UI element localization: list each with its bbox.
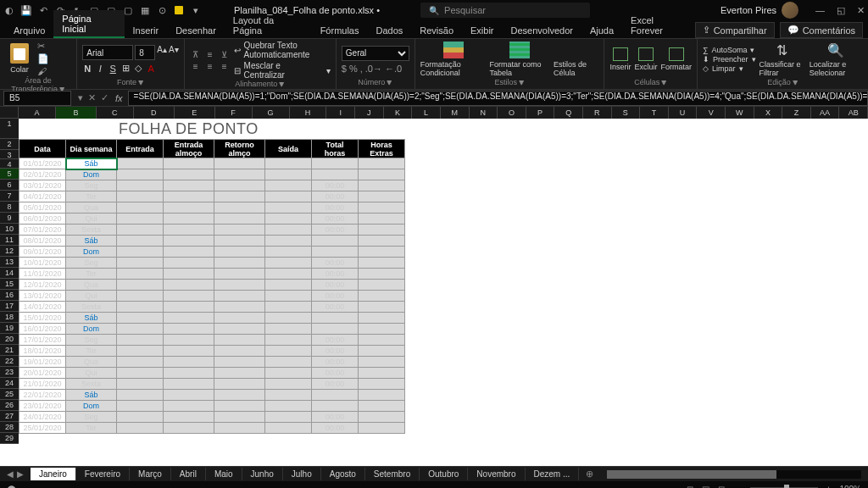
row-header-26[interactable]: 26: [0, 400, 19, 411]
row-header-12[interactable]: 12: [0, 246, 19, 257]
col-header-AB[interactable]: AB: [839, 107, 868, 119]
maximize-icon[interactable]: ◱: [837, 5, 845, 16]
table-cell[interactable]: [265, 346, 312, 357]
sort-filter-button[interactable]: ⇅Classificar e Filtrar: [760, 42, 804, 77]
col-header-D[interactable]: D: [134, 107, 175, 119]
table-cell[interactable]: Sáb: [66, 390, 117, 401]
row-header-21[interactable]: 21: [0, 345, 19, 356]
table-cell[interactable]: [359, 158, 405, 169]
table-row[interactable]: 24/01/2020Seg00:00: [19, 412, 405, 423]
col-header-F[interactable]: F: [215, 107, 253, 119]
cut-icon[interactable]: ✂: [37, 41, 49, 52]
table-cell[interactable]: [265, 390, 312, 401]
dec-decimal-icon[interactable]: ←.0: [385, 64, 402, 74]
row-header-22[interactable]: 22: [0, 356, 19, 367]
table-cell[interactable]: 23/01/2020: [19, 401, 66, 412]
col-header-E[interactable]: E: [175, 107, 215, 119]
table-cell[interactable]: [265, 158, 312, 169]
table-cell[interactable]: [214, 280, 265, 291]
table-cell[interactable]: [117, 158, 164, 169]
italic-icon[interactable]: I: [95, 64, 105, 74]
table-cell[interactable]: 00:00: [312, 368, 359, 379]
table-cell[interactable]: Qua: [66, 280, 117, 291]
row-header-5[interactable]: 5: [0, 169, 19, 180]
table-cell[interactable]: Dom: [66, 247, 117, 258]
table-cell[interactable]: Ter: [66, 191, 117, 202]
cell-styles-button[interactable]: Estilos de Célula: [554, 42, 598, 77]
font-name-select[interactable]: [82, 45, 133, 60]
fill-color-icon[interactable]: ◇: [133, 63, 143, 74]
table-cell[interactable]: [214, 225, 265, 236]
table-cell[interactable]: [164, 302, 214, 313]
sheet-tab-fevereiro[interactable]: Fevereiro: [76, 468, 130, 480]
table-cell[interactable]: 24/01/2020: [19, 412, 66, 423]
tab-data[interactable]: Dados: [367, 22, 411, 38]
table-cell[interactable]: [265, 214, 312, 225]
table-row[interactable]: 18/01/2020Ter00:00: [19, 346, 405, 357]
table-cell[interactable]: [312, 247, 359, 258]
sheet-tab-junho[interactable]: Junho: [242, 468, 283, 480]
table-cell[interactable]: [312, 401, 359, 412]
magnify-icon[interactable]: ⊙: [156, 4, 168, 16]
table-cell[interactable]: Qua: [66, 357, 117, 368]
row-header-29[interactable]: 29: [0, 433, 19, 444]
sheet-tab-outubro[interactable]: Outubro: [420, 468, 468, 480]
table-cell[interactable]: [359, 291, 405, 302]
table-cell[interactable]: [214, 390, 265, 401]
table-row[interactable]: 13/01/2020Qui00:00: [19, 291, 405, 302]
table-cell[interactable]: 10/01/2020: [19, 258, 66, 269]
table-cell[interactable]: [117, 191, 164, 202]
col-header-Z[interactable]: Z: [782, 107, 811, 119]
tab-layout[interactable]: Layout da Página: [225, 12, 312, 38]
sheet-tab-dezem ...[interactable]: Dezem ...: [526, 468, 580, 480]
table-cell[interactable]: 00:00: [312, 379, 359, 390]
row-header-27[interactable]: 27: [0, 411, 19, 422]
table-cell[interactable]: [117, 258, 164, 269]
sheet-tab-março[interactable]: Março: [130, 468, 171, 480]
table-row[interactable]: 06/01/2020Qui00:00: [19, 214, 405, 225]
table-row[interactable]: 05/01/2020Qua00:00: [19, 202, 405, 214]
table-cell[interactable]: [164, 423, 214, 434]
table-row[interactable]: 09/01/2020Dom: [19, 247, 405, 258]
zoom-level[interactable]: 100%: [839, 485, 861, 489]
table-cell[interactable]: 16/01/2020: [19, 324, 66, 335]
row-header-6[interactable]: 6: [0, 180, 19, 191]
increase-font-icon[interactable]: A▴: [157, 45, 167, 60]
table-row[interactable]: 22/01/2020Sáb: [19, 390, 405, 401]
table-cell[interactable]: [312, 390, 359, 401]
bold-icon[interactable]: N: [82, 64, 92, 74]
table-cell[interactable]: [164, 247, 214, 258]
table-cell[interactable]: 00:00: [312, 258, 359, 269]
table-cell[interactable]: [117, 423, 164, 434]
table-cell[interactable]: 02/01/2020: [19, 169, 66, 180]
table-cell[interactable]: 00:00: [312, 412, 359, 423]
table-cell[interactable]: [359, 247, 405, 258]
table-cell[interactable]: [164, 214, 214, 225]
table-cell[interactable]: 17/01/2020: [19, 335, 66, 346]
comma-icon[interactable]: ,: [360, 64, 363, 74]
col-header-K[interactable]: K: [384, 107, 413, 119]
table-cell[interactable]: [117, 379, 164, 390]
col-header-R[interactable]: R: [583, 107, 612, 119]
enter-formula-icon[interactable]: ✕: [88, 92, 96, 103]
table-cell[interactable]: [265, 169, 312, 180]
insert-cells-button[interactable]: Inserir: [609, 47, 631, 71]
table-cell[interactable]: [359, 214, 405, 225]
table-cell[interactable]: Sexta: [66, 302, 117, 313]
table-cell[interactable]: Sáb: [66, 158, 117, 169]
inc-decimal-icon[interactable]: .0→: [365, 64, 382, 74]
table-cell[interactable]: [117, 313, 164, 324]
table-cell[interactable]: [117, 390, 164, 401]
tab-home[interactable]: Página Inicial: [53, 10, 124, 38]
table-cell[interactable]: [164, 236, 214, 247]
table-cell[interactable]: 11/01/2020: [19, 269, 66, 280]
table-cell[interactable]: [265, 412, 312, 423]
horizontal-scrollbar[interactable]: [607, 470, 861, 479]
table-cell[interactable]: 20/01/2020: [19, 368, 66, 379]
table-cell[interactable]: [359, 202, 405, 214]
sheet-tab-maio[interactable]: Maio: [206, 468, 242, 480]
align-bot-icon[interactable]: ⊻: [219, 50, 231, 59]
row-header-8[interactable]: 8: [0, 202, 19, 213]
merge-button[interactable]: ⊟Mesclar e Centralizar ▾: [234, 61, 331, 80]
autosum-button[interactable]: ∑AutoSoma ▾: [703, 46, 756, 54]
